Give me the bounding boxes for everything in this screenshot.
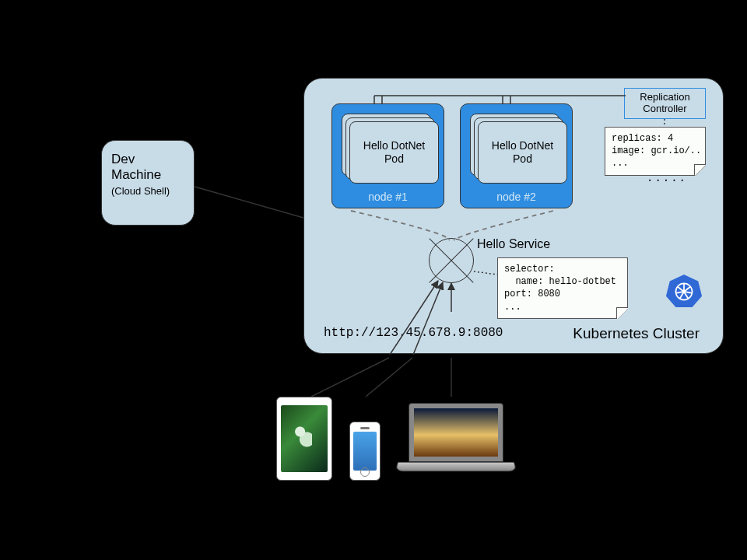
pod-label: Hello DotNet Pod bbox=[349, 121, 439, 184]
rc-ellipsis: ..... bbox=[647, 172, 687, 184]
svg-line-20 bbox=[311, 358, 389, 397]
service-url: http://123.45.678.9:8080 bbox=[324, 326, 503, 340]
cluster-title: Kubernetes Cluster bbox=[573, 325, 700, 342]
phone-device-icon bbox=[349, 422, 381, 481]
node-1: Hello DotNet Pod node #1 bbox=[331, 103, 444, 208]
replication-controller-box: Replication Controller bbox=[624, 88, 706, 119]
dev-machine-subtitle: (Cloud Shell) bbox=[111, 185, 184, 197]
rc-yaml-note: replicas: 4 image: gcr.io/.. ... bbox=[605, 127, 706, 176]
kubernetes-cluster-box: Hello DotNet Pod node #1 Hello DotNet Po… bbox=[303, 78, 724, 354]
kubernetes-logo-icon bbox=[665, 272, 703, 310]
node-2: Hello DotNet Pod node #2 bbox=[460, 103, 573, 208]
pod-stack-1: Hello DotNet Pod bbox=[342, 114, 435, 184]
node-1-label: node #1 bbox=[332, 191, 444, 203]
pod-stack-2: Hello DotNet Pod bbox=[470, 114, 563, 184]
pod-label: Hello DotNet Pod bbox=[478, 121, 567, 184]
svg-line-18 bbox=[413, 282, 443, 355]
replication-controller-title: Replication Controller bbox=[640, 92, 689, 115]
service-yaml-note: selector: name: hello-dotbet port: 8080 … bbox=[497, 257, 628, 319]
svg-line-19 bbox=[390, 281, 438, 355]
svg-line-21 bbox=[366, 358, 412, 397]
dev-machine-title: Dev Machine bbox=[111, 152, 184, 184]
laptop-device-icon bbox=[398, 403, 514, 481]
svg-line-16 bbox=[474, 271, 497, 275]
dev-machine-box: Dev Machine (Cloud Shell) bbox=[101, 140, 195, 226]
tablet-device-icon bbox=[276, 397, 332, 481]
client-devices bbox=[276, 397, 514, 481]
service-symbol bbox=[429, 238, 474, 283]
node-2-label: node #2 bbox=[461, 191, 572, 203]
service-label: Hello Service bbox=[477, 237, 550, 251]
